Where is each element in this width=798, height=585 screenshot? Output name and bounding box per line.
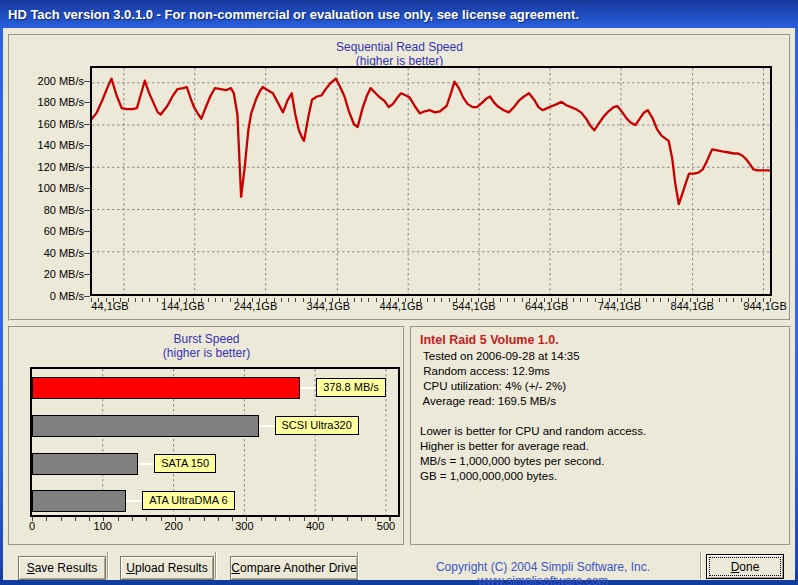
burst-chart-title: Burst Speed <box>10 332 403 346</box>
info-line <box>420 409 781 424</box>
info-line: Higher is better for average read. <box>420 439 781 454</box>
footer-separator <box>215 552 217 579</box>
x-axis-label: 44,1GB <box>80 300 140 312</box>
info-line: GB = 1,000,000,000 bytes. <box>420 469 781 484</box>
window-title: HD Tach version 3.0.1.0 - For non-commer… <box>8 7 579 22</box>
burst-axis-label: 200 <box>152 520 196 532</box>
info-line: CPU utilization: 4% (+/- 2%) <box>420 379 781 394</box>
y-axis-tick-mark <box>84 274 90 275</box>
burst-bar-scsi-ultra320 <box>32 415 259 437</box>
burst-speed-panel: Burst Speed (higher is better) 378.8 MB/… <box>8 326 405 546</box>
client-area: Sequential Read Speed (higher is better)… <box>3 28 795 580</box>
y-axis-label: 200 MB/s <box>10 75 84 87</box>
y-axis-label: 180 MB/s <box>10 96 84 108</box>
y-axis-label: 20 MB/s <box>10 268 84 280</box>
info-line: Random access: 12.9ms <box>420 364 781 379</box>
burst-bar-connector <box>138 463 154 465</box>
x-axis-label: 844,1GB <box>662 300 722 312</box>
burst-axis-label: 0 <box>10 520 54 532</box>
y-axis-tick-mark <box>84 167 90 168</box>
info-line: Lower is better for CPU and random acces… <box>420 424 781 439</box>
y-axis-tick-mark <box>84 296 90 297</box>
burst-bar-sata-150 <box>32 453 138 475</box>
hdtach-window: HD Tach version 3.0.1.0 - For non-commer… <box>0 0 798 585</box>
seq-chart-svg <box>92 68 770 294</box>
info-line: Tested on 2006-09-28 at 14:35 <box>420 349 781 364</box>
seq-chart-title: Sequential Read Speed <box>10 40 789 54</box>
compare-another-drive-button[interactable]: Compare Another Drive <box>230 556 358 580</box>
burst-chart-plot: 378.8 MB/sSCSI Ultra320SATA 150ATA Ultra… <box>30 367 400 517</box>
x-axis-label: 944,1GB <box>735 300 795 312</box>
burst-bar-connector <box>259 425 275 427</box>
y-axis-tick-mark <box>84 102 90 103</box>
save-results-button[interactable]: Save Results <box>18 556 106 580</box>
y-axis-label: 80 MB/s <box>10 204 84 216</box>
copyright-text: Copyright (C) 2004 Simpli Software, Inc.… <box>385 560 701 585</box>
upload-results-button[interactable]: Upload Results <box>120 556 214 580</box>
drive-info-lines: Tested on 2006-09-28 at 14:35 Random acc… <box>420 349 781 484</box>
burst-bar-connector <box>126 500 142 502</box>
y-axis-label: 160 MB/s <box>10 118 84 130</box>
burst-bar-label: ATA UltraDMA 6 <box>142 491 234 510</box>
y-axis-label: 0 MB/s <box>10 290 84 302</box>
info-line: Average read: 169.5 MB/s <box>420 394 781 409</box>
y-axis-label: 140 MB/s <box>10 139 84 151</box>
footer-separator <box>700 552 702 579</box>
y-axis-label: 60 MB/s <box>10 225 84 237</box>
y-axis-tick-mark <box>84 231 90 232</box>
footer-separator <box>107 552 109 579</box>
y-axis-tick-mark <box>84 81 90 82</box>
x-axis-label: 444,1GB <box>371 300 431 312</box>
y-axis-tick-mark <box>84 124 90 125</box>
y-axis-tick-mark <box>84 188 90 189</box>
info-line: MB/s = 1,000,000 bytes per second. <box>420 454 781 469</box>
drive-name: Intel Raid 5 Volume 1.0. <box>420 333 781 347</box>
burst-chart-subtitle: (higher is better) <box>10 346 403 360</box>
burst-axis-label: 400 <box>293 520 337 532</box>
burst-bar-label: 378.8 MB/s <box>316 378 386 397</box>
drive-info-panel: Intel Raid 5 Volume 1.0. Tested on 2006-… <box>410 326 791 546</box>
burst-axis-label: 500 <box>364 520 408 532</box>
x-axis-label: 144,1GB <box>153 300 213 312</box>
x-axis-label: 544,1GB <box>444 300 504 312</box>
done-button[interactable]: Done <box>706 554 784 579</box>
sequential-read-panel: Sequential Read Speed (higher is better)… <box>8 34 791 321</box>
footer-separator <box>357 552 359 579</box>
burst-bar-connector <box>300 387 316 389</box>
x-axis-label: 344,1GB <box>298 300 358 312</box>
burst-bar-ata-ultradma-6 <box>32 490 126 512</box>
y-axis-label: 100 MB/s <box>10 182 84 194</box>
seq-chart-plot <box>90 66 772 296</box>
x-axis-label: 744,1GB <box>589 300 649 312</box>
burst-bar-label: SATA 150 <box>154 454 216 473</box>
burst-bar-label: SCSI Ultra320 <box>275 416 359 435</box>
burst-axis-label: 100 <box>81 520 125 532</box>
seq-read-speed-line <box>92 79 770 205</box>
burst-bar-tested-drive <box>32 377 300 399</box>
burst-axis-label: 300 <box>222 520 266 532</box>
y-axis-tick-mark <box>84 145 90 146</box>
y-axis-tick-mark <box>84 253 90 254</box>
y-axis-label: 40 MB/s <box>10 247 84 259</box>
y-axis-tick-mark <box>84 210 90 211</box>
x-axis-label: 244,1GB <box>226 300 286 312</box>
x-axis-label: 644,1GB <box>517 300 577 312</box>
window-titlebar[interactable]: HD Tach version 3.0.1.0 - For non-commer… <box>0 0 798 28</box>
y-axis-label: 120 MB/s <box>10 161 84 173</box>
